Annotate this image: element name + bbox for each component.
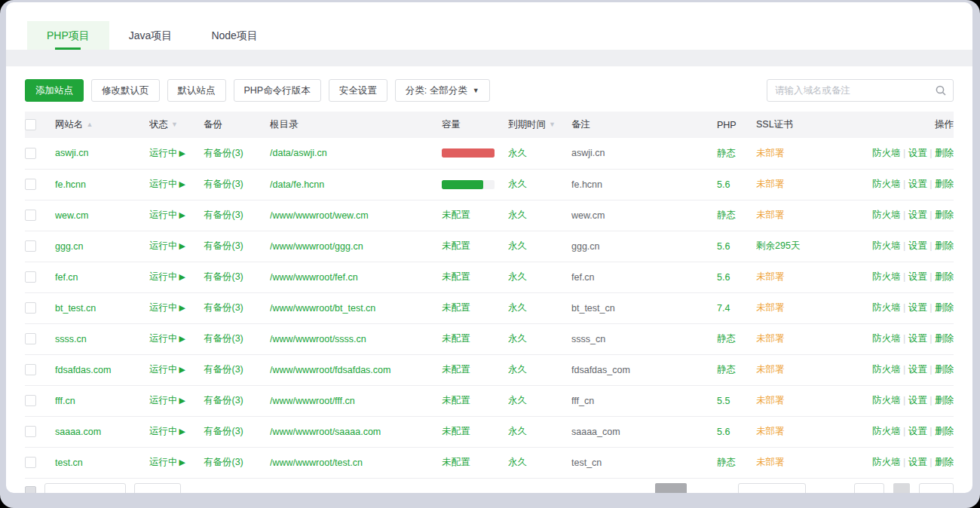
remark-text[interactable]: saaaa_com [571,427,620,437]
action-settings[interactable]: 设置 [908,426,927,436]
row-checkbox[interactable] [25,426,36,437]
action-delete[interactable]: 删除 [935,395,954,405]
php-version[interactable]: 5.5 [717,396,730,406]
action-firewall[interactable]: 防火墙 [872,395,901,405]
ssl-status[interactable]: 未部署 [756,457,785,467]
root-path-link[interactable]: /www/wwwroot/wew.cm [270,210,369,221]
page-size-box[interactable] [854,483,884,494]
security-settings-button[interactable]: 安全设置 [329,79,387,102]
action-settings[interactable]: 设置 [908,271,927,282]
capacity-link[interactable]: 未配置 [442,426,470,436]
root-path-link[interactable]: /data/fe.hcnn [270,179,324,190]
php-version[interactable]: 5.6 [717,272,730,283]
row-checkbox[interactable] [25,302,36,314]
ssl-status[interactable]: 未部署 [756,426,785,436]
root-path-link[interactable]: /www/wwwroot/bt_test.cn [270,303,375,314]
backup-link[interactable]: 有备份(3) [204,426,243,436]
action-settings[interactable]: 设置 [908,364,927,375]
backup-link[interactable]: 有备份(3) [204,457,243,467]
backup-link[interactable]: 有备份(3) [204,179,243,189]
row-checkbox[interactable] [25,179,36,190]
action-delete[interactable]: 删除 [935,240,954,251]
expire-text[interactable]: 永久 [508,457,527,467]
backup-link[interactable]: 有备份(3) [204,395,243,405]
action-firewall[interactable]: 防火墙 [872,148,901,158]
action-settings[interactable]: 设置 [908,302,927,313]
remark-text[interactable]: wew.cm [571,210,605,221]
php-version[interactable]: 静态 [717,148,736,158]
site-status[interactable]: 运行中▶ [149,271,185,282]
action-settings[interactable]: 设置 [908,148,927,158]
default-site-button[interactable]: 默认站点 [167,79,226,102]
row-checkbox[interactable] [25,457,36,468]
backup-link[interactable]: 有备份(3) [204,148,243,158]
sort-up-icon[interactable]: ▲ [87,121,93,128]
capacity-link[interactable]: 未配置 [442,210,470,220]
tab-java[interactable]: Java项目 [109,21,192,50]
site-name-link[interactable]: test.cn [55,458,83,468]
site-name-link[interactable]: bt_test.cn [55,303,96,314]
site-name-link[interactable]: fdsafdas.com [55,365,111,375]
action-delete[interactable]: 删除 [935,148,954,158]
action-settings[interactable]: 设置 [908,210,927,220]
capacity-link[interactable]: 未配置 [442,333,470,344]
php-version[interactable]: 静态 [717,333,736,344]
root-path-link[interactable]: /www/wwwroot/saaaa.com [270,427,381,437]
capacity-link[interactable]: 未配置 [442,271,470,282]
bulk-apply-button-partial[interactable] [134,483,181,494]
site-status[interactable]: 运行中▶ [149,240,185,251]
action-delete[interactable]: 删除 [935,271,954,282]
expire-text[interactable]: 永久 [508,302,527,313]
ssl-status[interactable]: 未部署 [756,395,785,405]
tab-php[interactable]: PHP项目 [27,21,109,50]
expire-text[interactable]: 永久 [508,426,527,436]
action-settings[interactable]: 设置 [908,333,927,344]
filter-down-icon[interactable]: ▼ [549,121,556,128]
expire-text[interactable]: 永久 [508,395,527,405]
site-name-link[interactable]: fef.cn [55,272,78,283]
remark-text[interactable]: fff_cn [571,396,594,406]
remark-text[interactable]: aswji.cn [571,148,605,158]
capacity-link[interactable]: 未配置 [442,457,470,467]
ssl-status[interactable]: 剩余295天 [756,240,800,251]
action-settings[interactable]: 设置 [908,179,927,189]
action-delete[interactable]: 删除 [935,364,954,375]
action-settings[interactable]: 设置 [908,395,927,405]
expire-text[interactable]: 永久 [508,179,527,189]
php-version[interactable]: 静态 [717,457,736,467]
bulk-select-checkbox[interactable] [25,486,36,494]
action-firewall[interactable]: 防火墙 [872,302,901,313]
action-delete[interactable]: 删除 [935,210,954,220]
backup-link[interactable]: 有备份(3) [204,210,243,220]
site-status[interactable]: 运行中▶ [149,302,185,313]
expire-text[interactable]: 永久 [508,240,527,251]
ssl-status[interactable]: 未部署 [756,210,785,220]
row-checkbox[interactable] [25,364,36,375]
backup-link[interactable]: 有备份(3) [204,302,243,313]
site-status[interactable]: 运行中▶ [149,426,185,436]
action-delete[interactable]: 删除 [935,302,954,313]
root-path-link[interactable]: /www/wwwroot/fdsafdas.com [270,365,390,375]
action-firewall[interactable]: 防火墙 [872,426,901,436]
capacity-bar[interactable] [442,148,495,158]
site-name-link[interactable]: wew.cm [55,210,88,221]
pagination-active-page[interactable] [655,483,687,494]
action-firewall[interactable]: 防火墙 [872,364,901,375]
php-version[interactable]: 静态 [717,364,736,375]
capacity-link[interactable]: 未配置 [442,302,470,313]
action-firewall[interactable]: 防火墙 [872,179,901,189]
ssl-status[interactable]: 未部署 [756,148,785,158]
site-status[interactable]: 运行中▶ [149,179,185,189]
site-status[interactable]: 运行中▶ [149,210,185,220]
remark-text[interactable]: fe.hcnn [571,179,602,190]
site-name-link[interactable]: fff.cn [55,396,75,406]
action-firewall[interactable]: 防火墙 [872,333,901,344]
action-firewall[interactable]: 防火墙 [872,271,901,282]
capacity-link[interactable]: 未配置 [442,395,470,405]
capacity-bar[interactable] [442,180,495,189]
bulk-action-select-partial[interactable] [44,483,126,494]
col-site-name[interactable]: 网站名▲ [55,112,149,138]
root-path-link[interactable]: /www/wwwroot/fef.cn [270,272,358,283]
action-settings[interactable]: 设置 [908,457,927,467]
action-delete[interactable]: 删除 [935,426,954,436]
